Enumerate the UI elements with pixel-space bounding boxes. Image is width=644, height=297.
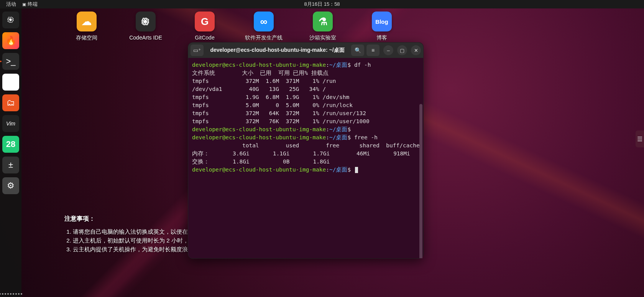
dock-app-calendar[interactable]: 28 bbox=[2, 136, 19, 153]
terminal-window: ▭⁺ developer@ecs-cloud-host-ubuntu-img-m… bbox=[188, 42, 424, 259]
close-icon: ✕ bbox=[414, 48, 418, 53]
panel-icon: ☰ bbox=[637, 135, 642, 143]
app-label: 软件开发生产线 bbox=[245, 35, 283, 41]
vim-icon: Vim bbox=[6, 120, 15, 127]
app-tile: ֍ bbox=[136, 12, 156, 31]
firefox-icon: 🔥 bbox=[6, 36, 16, 46]
minimize-icon: – bbox=[387, 48, 389, 53]
terminal-icon: ▣ bbox=[22, 2, 26, 7]
editor-icon: ✎ bbox=[7, 77, 14, 87]
app-label: 博客 bbox=[376, 35, 387, 41]
files-icon: 🗂 bbox=[7, 98, 15, 108]
calculator-icon: ± bbox=[8, 160, 13, 170]
minimize-button[interactable]: – bbox=[383, 45, 393, 55]
window-title: developer@ecs-cloud-host-ubuntu-img-make… bbox=[206, 47, 349, 54]
app-tile: ⚗ bbox=[313, 12, 333, 31]
app-menu-label: 终端 bbox=[28, 1, 38, 8]
desktop-icon-软件开发生产线[interactable]: ∞软件开发生产线 bbox=[246, 12, 281, 41]
search-button[interactable]: 🔍 bbox=[351, 45, 364, 56]
desktop-icon-存储空间[interactable]: ☁存储空间 bbox=[69, 12, 104, 41]
activities-button[interactable]: 活动 bbox=[3, 1, 19, 8]
notes-title: 注意事项： bbox=[64, 215, 200, 223]
hamburger-icon: ≡ bbox=[371, 47, 375, 53]
note-item: 请将您自己电脑的输入法切换成英文，以便在云主 bbox=[73, 228, 200, 236]
terminal-body[interactable]: developer@ecs-cloud-host-ubuntu-img-make… bbox=[188, 58, 423, 258]
app-label: 沙箱实验室 bbox=[309, 35, 336, 41]
app-menu[interactable]: ▣ 终端 bbox=[19, 1, 41, 8]
terminal-icon: >_ bbox=[6, 56, 15, 66]
dock-app-vim[interactable]: Vim bbox=[2, 115, 19, 132]
new-tab-icon: ▭⁺ bbox=[193, 47, 201, 53]
dock-show-apps[interactable] bbox=[0, 293, 22, 295]
dock-app-text-editor[interactable]: ✎ bbox=[2, 74, 19, 91]
desktop-icon-CodeArts IDE[interactable]: ֍CodeArts IDE bbox=[128, 12, 163, 41]
dock-app-files[interactable]: 🗂 bbox=[2, 94, 19, 111]
app-tile: G bbox=[195, 12, 215, 31]
gnome-top-bar: 活动 ▣ 终端 8月16日 15：58 bbox=[0, 0, 644, 8]
dock-app-settings[interactable]: ⚙ bbox=[2, 177, 19, 194]
app-label: CodeArts IDE bbox=[129, 35, 162, 41]
dock-app-terminal[interactable]: >_ bbox=[2, 53, 19, 70]
clock[interactable]: 8月16日 15：58 bbox=[304, 1, 340, 8]
menu-button[interactable]: ≡ bbox=[366, 45, 380, 56]
desktop-icon-沙箱实验室[interactable]: ⚗沙箱实验室 bbox=[305, 12, 340, 41]
right-edge-tab[interactable]: ☰ bbox=[636, 130, 644, 147]
dock-app-calculator[interactable]: ± bbox=[2, 157, 19, 173]
maximize-button[interactable]: ▢ bbox=[397, 45, 407, 55]
search-icon: 🔍 bbox=[355, 47, 361, 53]
app-tile: ☁ bbox=[77, 12, 97, 31]
scrollbar[interactable] bbox=[419, 104, 422, 258]
maximize-icon: ▢ bbox=[400, 48, 404, 53]
desktop-icons: ☁存储空间֍CodeArts IDEGGitCode∞软件开发生产线⚗沙箱实验室… bbox=[69, 12, 399, 41]
desktop-icon-博客[interactable]: Blog博客 bbox=[364, 12, 399, 41]
dock: ֍ 🔥 >_ ✎ 🗂 Vim 28 ± ⚙ bbox=[0, 8, 21, 297]
close-button[interactable]: ✕ bbox=[411, 45, 421, 55]
app-tile: ∞ bbox=[254, 12, 274, 31]
dock-app-firefox[interactable]: 🔥 bbox=[2, 32, 19, 49]
app-tile: Blog bbox=[372, 12, 392, 31]
app-label: GitCode bbox=[195, 35, 214, 41]
swirl-icon: ֍ bbox=[7, 15, 15, 25]
terminal-output: developer@ecs-cloud-host-ubuntu-img-make… bbox=[192, 61, 419, 174]
note-item: 进入主机后，初始默认可使用时长为 2 小时，剩余 bbox=[73, 237, 200, 244]
desktop-icon-GitCode[interactable]: GGitCode bbox=[187, 12, 222, 41]
gear-icon: ⚙ bbox=[7, 181, 15, 191]
new-tab-button[interactable]: ▭⁺ bbox=[191, 45, 204, 56]
dock-app-swirl[interactable]: ֍ bbox=[2, 12, 19, 28]
desktop-notes: 注意事项： 请将您自己电脑的输入法切换成英文，以便在云主进入主机后，初始默认可使… bbox=[64, 215, 200, 255]
calendar-icon: 28 bbox=[6, 139, 15, 149]
note-item: 云主机内提供了关机操作，为避免时长额度浪费， bbox=[73, 246, 200, 253]
terminal-titlebar[interactable]: ▭⁺ developer@ecs-cloud-host-ubuntu-img-m… bbox=[188, 43, 423, 58]
app-label: 存储空间 bbox=[76, 35, 97, 41]
